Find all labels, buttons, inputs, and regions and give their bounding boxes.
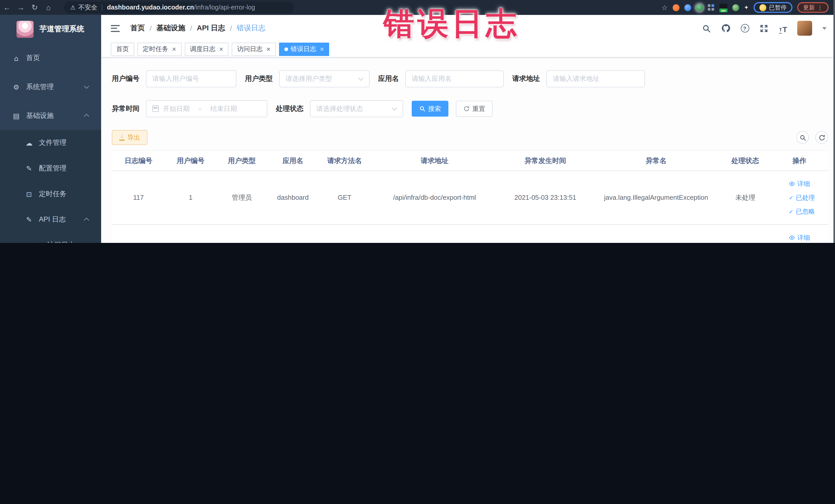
search-icon[interactable]	[701, 23, 711, 33]
action-detail[interactable]: 详细	[789, 179, 810, 188]
refresh-table-button[interactable]	[815, 131, 828, 144]
close-icon[interactable]: ×	[172, 46, 176, 53]
action-label: 已忽略	[796, 207, 815, 216]
extensions-puzzle-icon[interactable]: ✦	[744, 4, 749, 11]
filter-label-request-url: 请求地址	[512, 74, 540, 83]
column-header-user_id: 用户编号	[165, 150, 216, 171]
close-icon[interactable]: ×	[219, 46, 223, 53]
breadcrumb-item[interactable]: 首页	[130, 23, 145, 33]
tab-scheduled-jobs[interactable]: 定时任务×	[137, 43, 181, 56]
laughing-emoji-icon	[759, 4, 767, 11]
calendar-icon	[152, 105, 159, 112]
sidebar-item-label: 定时任务	[39, 189, 66, 199]
browser-home-icon[interactable]: ⌂	[42, 3, 56, 12]
close-icon[interactable]: ×	[266, 46, 270, 53]
app-logo[interactable]: 芋道管理系统	[0, 15, 101, 44]
cell-actions: 详细✓已处理✓已忽略	[771, 225, 828, 243]
extension-grid-icon[interactable]	[708, 4, 715, 11]
sidebar-item-system-mgmt[interactable]: ⚙系统管理	[0, 73, 101, 101]
filter-label-exception-time: 异常时间	[112, 104, 140, 114]
row-actions: 详细✓已处理✓已忽略	[771, 179, 828, 216]
url-divider	[102, 4, 102, 11]
sidebar-item-scheduled-jobs[interactable]: ⊡定时任务	[0, 181, 101, 207]
github-icon[interactable]	[720, 23, 731, 33]
extension-leaf-icon[interactable]	[732, 4, 739, 11]
git-extension-icon[interactable]: on	[719, 3, 727, 11]
sidebar-item-file-mgmt[interactable]: ☁文件管理	[0, 130, 101, 156]
column-header-time: 异常发生时间	[498, 150, 592, 171]
overlay-annotation: 错误日志	[384, 3, 520, 45]
sidebar-toggle-icon[interactable]	[111, 25, 120, 32]
column-header-url: 请求地址	[371, 150, 498, 171]
bookmark-star-icon[interactable]: ☆	[661, 3, 668, 11]
sidebar-item-config-mgmt[interactable]: ✎配置管理	[0, 156, 101, 181]
sidebar-item-label: 基础设施	[26, 111, 54, 120]
sidebar-item-infrastructure[interactable]: ▤基础设施	[0, 101, 101, 130]
breadcrumb-item[interactable]: API 日志	[197, 23, 225, 33]
filter-daterange-exception-time[interactable]: 开始日期–结束日期	[146, 100, 267, 117]
action-detail[interactable]: 详细	[789, 233, 810, 242]
tab-error-log[interactable]: 错误日志×	[279, 43, 329, 56]
placeholder-text: 请输入请求地址	[553, 74, 599, 83]
error-log-table: 日志编号用户编号用户类型应用名请求方法名请求地址异常发生时间异常名处理状态操作 …	[112, 150, 828, 243]
browser-update-badge[interactable]: 更新 ⋮	[797, 2, 829, 13]
extension-green-icon[interactable]	[696, 4, 703, 11]
cell-user_id: 1	[165, 171, 216, 225]
browser-forward-icon[interactable]: →	[14, 3, 28, 12]
cloud-upload-icon: ☁	[24, 139, 33, 147]
browser-reload-icon[interactable]: ↻	[28, 3, 42, 12]
avatar-caret-down-icon[interactable]	[822, 27, 827, 29]
extension-orange-icon[interactable]	[673, 4, 679, 11]
column-header-user_type: 用户类型	[216, 150, 267, 171]
chevron-up-icon	[84, 114, 89, 119]
table-row: 1171管理员dashboardGET/api/infra/db-doc/exp…	[112, 171, 828, 225]
filter-select-process-status[interactable]: 请选择处理状态	[310, 100, 403, 117]
security-warning-icon: ⚠	[70, 4, 76, 11]
app-window: 芋道管理系统 ⌂首页⚙系统管理▤基础设施☁文件管理✎配置管理⊡定时任务✎API …	[0, 15, 835, 243]
help-icon[interactable]: ?	[740, 23, 750, 33]
cell-user_type: 管理员	[216, 225, 267, 243]
screenshot: ← → ↻ ⌂ ⚠ 不安全 dashboard.yudao.iocoder.cn…	[0, 0, 835, 243]
tab-access-log[interactable]: 访问日志×	[232, 43, 276, 56]
sidebar-item-home[interactable]: ⌂首页	[0, 44, 101, 73]
reset-button[interactable]: 重置	[456, 101, 493, 117]
tab-schedule-log[interactable]: 调度日志×	[185, 43, 228, 56]
access-log-icon: ✎	[33, 241, 42, 243]
tab-label: 错误日志	[290, 45, 316, 54]
security-label: 不安全	[78, 3, 98, 12]
browser-url-bar[interactable]: ⚠ 不安全 dashboard.yudao.iocoder.cn/infra/l…	[64, 2, 294, 13]
sidebar-item-access-log[interactable]: ✎访问日志	[0, 233, 101, 243]
browser-menu-icon[interactable]: ⋮	[817, 5, 823, 11]
export-button[interactable]: ↓ 导出	[112, 130, 148, 145]
chevron-down-icon	[358, 76, 364, 81]
filter-input-request-url[interactable]: 请输入请求地址	[547, 70, 645, 87]
font-size-icon[interactable]: TT	[778, 23, 788, 33]
close-icon[interactable]: ×	[320, 46, 324, 53]
cell-url: /api/infra/db-doc/export-html	[371, 171, 498, 225]
filter-label-user-id: 用户编号	[112, 74, 140, 83]
filter-input-user-id[interactable]: 请输入用户编号	[146, 70, 237, 87]
fullscreen-icon[interactable]	[759, 23, 769, 33]
search-button[interactable]: 搜索	[412, 101, 448, 117]
browser-extensions-area: ☆ on ✦ 已暂停 更新 ⋮	[661, 2, 835, 13]
filter-select-user-type[interactable]: 请选择用户类型	[279, 70, 370, 87]
breadcrumb-item[interactable]: 基础设施	[156, 23, 185, 33]
action-label: 已处理	[796, 193, 815, 202]
window-scrollbar[interactable]	[833, 0, 835, 243]
table-header-row: 日志编号用户编号用户类型应用名请求方法名请求地址异常发生时间异常名处理状态操作	[112, 150, 828, 171]
extension-blue-icon[interactable]	[684, 4, 691, 11]
filter-input-app-name[interactable]: 请输入应用名	[405, 70, 504, 87]
browser-back-icon[interactable]: ←	[0, 3, 14, 12]
sidebar-item-api-log[interactable]: ✎API 日志	[0, 207, 101, 233]
action-ignored[interactable]: ✓已忽略	[789, 207, 815, 216]
placeholder-text: 请选择用户类型	[285, 74, 332, 83]
search-icon	[419, 105, 426, 112]
user-avatar[interactable]	[797, 21, 812, 36]
paused-extension-badge[interactable]: 已暂停	[754, 2, 792, 13]
sidebar-item-label: 配置管理	[39, 164, 66, 173]
toggle-search-button[interactable]	[796, 131, 809, 144]
filter-row: 用户编号请输入用户编号用户类型请选择用户类型应用名请输入应用名请求地址请输入请求…	[112, 70, 828, 87]
action-processed[interactable]: ✓已处理	[789, 193, 815, 202]
breadcrumb-separator: /	[190, 24, 192, 32]
tab-home[interactable]: 首页	[111, 43, 134, 56]
